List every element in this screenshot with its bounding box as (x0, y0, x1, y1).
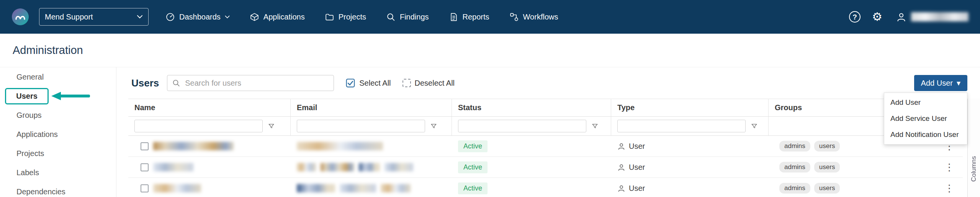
filter-funnel-icon[interactable] (430, 123, 437, 129)
settings-gear-icon[interactable]: ⚙ (872, 11, 882, 23)
column-header-email[interactable]: Email (291, 99, 452, 116)
row-checkbox[interactable] (141, 163, 149, 171)
grid-side-panel: Columns (967, 99, 980, 197)
sidebar-item-groups[interactable]: Groups (0, 106, 116, 125)
organization-selector[interactable]: Mend Support (39, 8, 149, 26)
nav-label: Applications (263, 13, 305, 21)
sidebar-item-projects[interactable]: Projects (0, 144, 116, 163)
nav-item-reports[interactable]: Reports (449, 12, 489, 22)
group-badge: users (814, 162, 840, 173)
redacted-name (153, 163, 193, 171)
sidebar-item-label: Labels (16, 168, 39, 177)
menu-item-add-user[interactable]: Add User (884, 94, 967, 111)
sidebar-item-labels[interactable]: Labels (0, 163, 116, 182)
nav-item-findings[interactable]: Findings (386, 12, 429, 22)
status-badge: Active (458, 140, 488, 152)
redacted-email (359, 163, 380, 171)
sidebar-item-label: Projects (16, 149, 44, 158)
document-icon (449, 12, 458, 22)
help-icon[interactable]: ? (849, 11, 861, 23)
table-row: Active User admins users ⋮ (128, 136, 963, 157)
menu-item-add-notification-user[interactable]: Add Notification User (884, 127, 967, 143)
users-panel: Users Select All Deselect All (116, 67, 980, 197)
users-highlight-box: Users (5, 88, 49, 104)
workflow-icon (509, 12, 519, 22)
filter-funnel-icon[interactable] (751, 123, 757, 129)
deselect-all-control[interactable]: Deselect All (402, 79, 455, 88)
cube-icon (250, 12, 259, 22)
section-title: Users (131, 77, 159, 89)
nav-label: Projects (339, 13, 366, 21)
sidebar-item-label: Groups (16, 111, 42, 120)
filter-funnel-icon[interactable] (592, 123, 598, 129)
sidebar-item-general[interactable]: General (0, 67, 116, 86)
table-header-row: Name Email Status Type Groups (128, 99, 963, 117)
nav-item-workflows[interactable]: Workflows (509, 12, 558, 22)
chevron-down-icon (137, 15, 143, 19)
redacted-email (297, 184, 335, 192)
column-header-status[interactable]: Status (452, 99, 611, 116)
filter-funnel-icon[interactable] (268, 123, 275, 129)
select-all-label: Select All (359, 79, 391, 88)
dashed-square-icon (402, 79, 411, 87)
chevron-down-icon (225, 15, 230, 19)
column-header-name[interactable]: Name (128, 99, 291, 116)
status-badge: Active (458, 182, 488, 194)
search-input[interactable] (167, 75, 334, 91)
redacted-name (153, 142, 234, 150)
sidebar-item-dependencies[interactable]: Dependencies (0, 182, 116, 197)
sidebar-item-label: Dependencies (16, 187, 65, 196)
name-filter-input[interactable] (134, 120, 263, 132)
add-user-menu: Add User Add Service User Add Notificati… (884, 93, 967, 145)
user-type-icon (617, 142, 625, 150)
group-badge: admins (779, 183, 810, 194)
redacted-email (340, 184, 376, 192)
mend-logo-icon (11, 8, 29, 26)
row-kebab-menu-icon[interactable]: ⋮ (944, 162, 954, 172)
table-filter-row (128, 117, 963, 136)
nav-item-applications[interactable]: Applications (250, 12, 305, 22)
folder-icon (325, 12, 334, 22)
app-window: Mend Support Dashboards Applications Pro… (0, 0, 980, 197)
add-user-button-label: Add User (921, 79, 953, 88)
nav-item-projects[interactable]: Projects (325, 12, 366, 22)
navbar-right-actions: ? ⚙ (849, 11, 969, 23)
table-row: Active User admins users ⋮ (128, 178, 963, 197)
user-menu[interactable] (896, 12, 969, 22)
column-header-type[interactable]: Type (611, 99, 769, 116)
user-type-label: User (629, 163, 645, 172)
search-icon (172, 79, 180, 87)
page-title: Administration (13, 44, 83, 57)
redacted-username (911, 12, 969, 21)
user-type-icon (617, 184, 625, 192)
user-type-icon (617, 163, 625, 171)
row-checkbox[interactable] (141, 142, 149, 150)
gauge-icon (165, 12, 175, 22)
sidebar-item-label: Users (16, 92, 38, 100)
user-type-label: User (629, 142, 645, 151)
organization-name: Mend Support (45, 13, 93, 21)
group-badge: users (814, 141, 840, 151)
admin-sidebar: General Users Groups Applications Projec… (0, 67, 116, 197)
nav-item-dashboards[interactable]: Dashboards (165, 12, 230, 22)
sidebar-item-label: Applications (16, 130, 58, 139)
row-kebab-menu-icon[interactable]: ⋮ (944, 183, 954, 193)
sidebar-item-applications[interactable]: Applications (0, 125, 116, 144)
group-badge: users (814, 183, 840, 194)
users-table: Name Email Status Type Groups (128, 99, 963, 197)
type-filter-input[interactable] (617, 120, 746, 132)
status-filter-input[interactable] (458, 120, 586, 132)
select-all-control[interactable]: Select All (345, 78, 391, 88)
menu-item-add-service-user[interactable]: Add Service User (884, 111, 967, 127)
nav-label: Workflows (523, 13, 558, 21)
email-filter-input[interactable] (297, 120, 425, 132)
row-checkbox[interactable] (141, 184, 149, 192)
person-icon (896, 12, 906, 22)
primary-nav: Dashboards Applications Projects Finding… (165, 12, 558, 22)
columns-panel-tab[interactable]: Columns (970, 156, 978, 182)
add-user-button[interactable]: Add User ▾ (914, 75, 967, 91)
caret-down-icon: ▾ (957, 78, 960, 88)
group-badge: admins (779, 141, 810, 151)
status-badge: Active (458, 161, 488, 173)
table-row: Active User admins users ⋮ (128, 157, 963, 178)
